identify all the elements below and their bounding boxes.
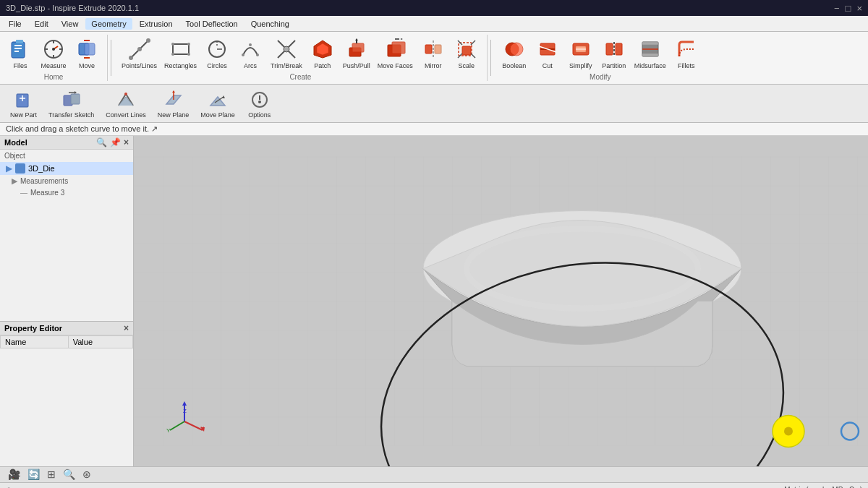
menu-edit[interactable]: Edit: [29, 18, 54, 30]
pushpull-button[interactable]: Push/Pull: [340, 35, 373, 72]
partition-label: Partition: [602, 62, 626, 70]
axis-svg: Z X Y: [163, 400, 206, 443]
svg-marker-74: [75, 91, 77, 94]
svg-point-23: [171, 53, 174, 56]
window-controls[interactable]: − □ ×: [834, 3, 862, 14]
tree-label-die: 3D_Die: [28, 164, 55, 173]
fillets-button[interactable]: Fillets: [671, 35, 702, 72]
property-close-button[interactable]: ×: [124, 323, 129, 333]
midsurface-button[interactable]: Midsurface: [631, 35, 669, 72]
patch-button[interactable]: Patch: [307, 35, 339, 72]
model-panel: Model 🔍 📌 × Object ▶ 3D_Die ▶ Measuremen…: [0, 136, 133, 322]
close-button[interactable]: ×: [856, 3, 862, 14]
trimbreak-button[interactable]: Trim/Break: [268, 35, 305, 72]
svg-rect-45: [425, 45, 432, 53]
toolbar-section-modify: Boolean Cut: [494, 35, 707, 81]
pointslines-label: Points/Lines: [122, 62, 157, 70]
partition-button[interactable]: Partition: [598, 35, 630, 72]
newplane-icon: [162, 88, 185, 111]
home-section-label: Home: [44, 73, 64, 81]
mirror-button[interactable]: Mirror: [417, 35, 449, 72]
patch-label: Patch: [314, 62, 331, 70]
measure-button[interactable]: Measure: [38, 35, 69, 72]
cut-button[interactable]: Cut: [532, 35, 563, 72]
transfersketch-label: Transfer Sketch: [48, 111, 94, 119]
menu-geometry[interactable]: Geometry: [85, 18, 132, 30]
app-title: 3D_Die.stp - Inspire Extrude 2020.1.1: [6, 4, 139, 12]
create-section-label: Create: [289, 73, 311, 81]
svg-rect-3: [14, 51, 19, 52]
arcs-icon: [237, 36, 263, 62]
minimize-button[interactable]: −: [834, 3, 840, 14]
newplane-label: New Plane: [158, 111, 190, 119]
newplane-button[interactable]: New Plane: [153, 87, 194, 120]
menu-quenching[interactable]: Quenching: [245, 18, 295, 30]
view-btn-2[interactable]: 🔄: [25, 468, 42, 480]
svg-point-82: [258, 100, 261, 103]
tree-icon-measure: ▶: [12, 176, 17, 186]
measure-icon: [41, 36, 67, 62]
svg-point-28: [242, 53, 244, 56]
menu-bar: File Edit View Geometry Extrusion Tool D…: [0, 16, 868, 32]
circles-button[interactable]: Circles: [201, 35, 233, 72]
menu-extrusion[interactable]: Extrusion: [134, 18, 179, 30]
measure-label: Measure: [41, 62, 66, 70]
move-button[interactable]: Move: [71, 35, 103, 72]
view-btn-5[interactable]: ⊛: [80, 468, 93, 480]
trimbreak-label: Trim/Break: [271, 62, 302, 70]
rectangles-button[interactable]: Rectangles: [161, 35, 200, 72]
scale-button[interactable]: Scale: [451, 35, 482, 72]
options-button[interactable]: Options: [242, 87, 277, 120]
newpart-icon: [12, 88, 35, 111]
move-icon: [74, 36, 100, 62]
svg-rect-41: [392, 42, 405, 53]
model-search-icon[interactable]: 🔍: [96, 137, 107, 147]
files-label: Files: [13, 62, 27, 70]
title-bar: 3D_Die.stp - Inspire Extrude 2020.1.1 − …: [0, 0, 868, 16]
arcs-button[interactable]: Arcs: [234, 35, 266, 72]
modify-section-label: Modify: [590, 73, 610, 81]
svg-rect-37: [352, 43, 364, 52]
model-header-icons: 🔍 📌 ×: [96, 137, 129, 147]
svg-rect-2: [14, 48, 22, 49]
view-btn-1[interactable]: 🎥: [6, 468, 22, 480]
svg-line-93: [170, 421, 184, 430]
fillets-label: Fillets: [678, 62, 695, 70]
transfersketch-button[interactable]: Transfer Sketch: [44, 87, 98, 120]
newpart-label: New Part: [10, 111, 37, 119]
tree-item-die[interactable]: ▶ 3D_Die: [0, 162, 133, 175]
model-close-icon[interactable]: ×: [124, 137, 129, 147]
maximize-button[interactable]: □: [846, 3, 851, 14]
svg-point-54: [510, 43, 523, 56]
svg-rect-66: [642, 53, 658, 56]
movefaces-button[interactable]: Move Faces: [375, 35, 416, 72]
property-table: Name Value: [0, 335, 133, 348]
tree-label-measurements: Measurements: [20, 177, 68, 185]
svg-rect-13: [85, 43, 95, 55]
view-btn-3[interactable]: ⊞: [45, 468, 58, 480]
newpart-button[interactable]: New Part: [6, 87, 41, 120]
svg-text:X: X: [200, 425, 205, 432]
model-pin-icon[interactable]: 📌: [110, 137, 121, 147]
pointslines-button[interactable]: Points/Lines: [119, 35, 160, 72]
menu-tooldeflection[interactable]: Tool Deflection: [180, 18, 244, 30]
boolean-button[interactable]: Boolean: [498, 35, 530, 72]
menu-view[interactable]: View: [56, 18, 85, 30]
simplify-button[interactable]: Simplify: [565, 35, 597, 72]
moveplane-button[interactable]: Move Plane: [196, 87, 239, 120]
scene-svg: [134, 136, 868, 466]
tree-item-measurements[interactable]: ▶ Measurements: [0, 175, 133, 187]
svg-rect-72: [71, 94, 80, 104]
convertlines-button[interactable]: Convert Lines: [101, 87, 150, 120]
svg-point-30: [249, 43, 252, 46]
hint-bar: Click and drag a sketch curve to move it…: [0, 123, 868, 136]
tree-item-measure3[interactable]: — Measure 3: [0, 187, 133, 198]
transfersketch-icon: [60, 88, 83, 111]
movefaces-icon: [382, 36, 408, 62]
files-button[interactable]: Files: [4, 35, 36, 72]
menu-file[interactable]: File: [3, 18, 27, 30]
svg-rect-0: [12, 42, 25, 58]
viewport[interactable]: Z X Y: [134, 136, 868, 466]
view-btn-4[interactable]: 🔍: [61, 468, 77, 480]
sketch-toolbar: New Part Transfer Sketch Convert Lines N…: [0, 85, 868, 123]
